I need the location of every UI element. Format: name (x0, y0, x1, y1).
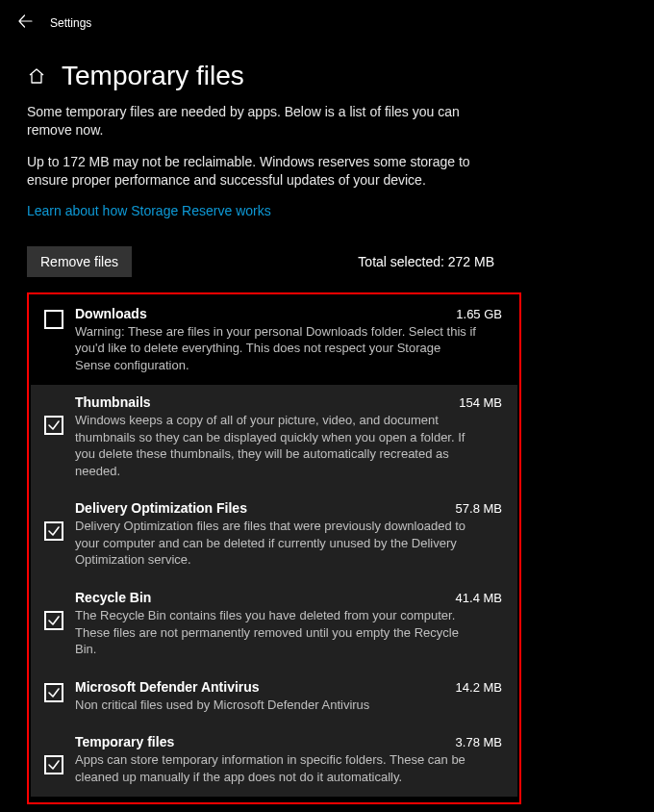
item-desc: Non critical files used by Microsoft Def… (75, 697, 479, 714)
checkbox[interactable] (44, 310, 63, 329)
list-item[interactable]: Recycle Bin 41.4 MB The Recycle Bin cont… (31, 580, 517, 670)
item-title: Downloads (75, 306, 147, 321)
temp-files-list: Downloads 1.65 GB Warning: These are fil… (27, 292, 521, 805)
back-icon[interactable] (17, 13, 33, 32)
total-selected-label: Total selected: 272 MB (358, 254, 494, 269)
checkbox[interactable] (44, 416, 63, 435)
item-size: 41.4 MB (456, 591, 502, 605)
item-title: Thumbnails (75, 394, 151, 410)
item-desc: Delivery Optimization files are files th… (75, 518, 479, 569)
list-item[interactable]: Thumbnails 154 MB Windows keeps a copy o… (31, 385, 517, 491)
checkbox[interactable] (44, 755, 63, 774)
home-icon[interactable] (27, 66, 46, 86)
titlebar: Settings (0, 0, 654, 39)
page-title: Temporary files (62, 61, 244, 91)
item-title: Microsoft Defender Antivirus (75, 679, 260, 695)
list-item[interactable]: Downloads 1.65 GB Warning: These are fil… (31, 296, 517, 386)
item-size: 3.78 MB (456, 735, 502, 749)
checkbox[interactable] (44, 521, 63, 541)
item-title: Temporary files (75, 734, 174, 749)
item-desc: Windows keeps a copy of all of your pict… (75, 412, 479, 479)
checkbox[interactable] (44, 611, 63, 630)
item-size: 1.65 GB (456, 307, 502, 321)
list-item[interactable]: Temporary files 3.78 MB Apps can store t… (31, 724, 517, 797)
item-desc: Warning: These are files in your persona… (75, 323, 479, 374)
item-desc: Apps can store temporary information in … (75, 751, 479, 785)
list-item[interactable]: Delivery Optimization Files 57.8 MB Deli… (31, 491, 517, 580)
item-title: Delivery Optimization Files (75, 500, 247, 516)
intro-text-1: Some temporary files are needed by apps.… (27, 103, 489, 140)
checkbox[interactable] (44, 683, 63, 702)
intro-text-2: Up to 172 MB may not be reclaimable. Win… (27, 153, 489, 190)
item-size: 154 MB (459, 395, 502, 410)
remove-files-button[interactable]: Remove files (27, 246, 132, 277)
storage-reserve-link[interactable]: Learn about how Storage Reserve works (27, 203, 271, 218)
item-desc: The Recycle Bin contains files you have … (75, 607, 479, 658)
item-title: Recycle Bin (75, 590, 151, 605)
item-size: 14.2 MB (456, 680, 502, 695)
item-size: 57.8 MB (456, 501, 502, 516)
list-item[interactable]: Microsoft Defender Antivirus 14.2 MB Non… (31, 670, 517, 725)
titlebar-label: Settings (50, 16, 91, 30)
